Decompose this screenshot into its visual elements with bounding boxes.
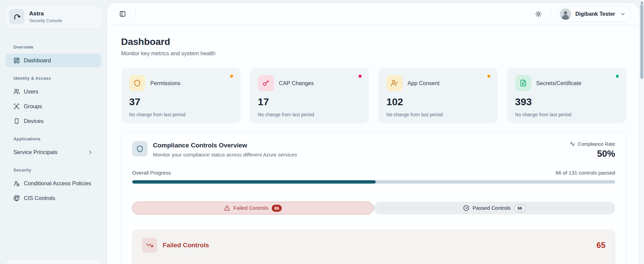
metric-value: 17 [258, 96, 361, 108]
group-frame-icon [13, 103, 20, 110]
theme-toggle-sun-icon[interactable] [532, 7, 545, 21]
failed-count-badge: 65 [272, 205, 282, 212]
sidebar-item-groups[interactable]: Groups [5, 100, 101, 113]
nav-section-identity: Identity & Access Users [5, 76, 101, 128]
nav-section-overview: Overview Dashboard [5, 45, 101, 67]
brand-subtitle: Security Console [29, 18, 62, 23]
sidebar-item-label: Conditional Access Policies [24, 180, 91, 187]
metric-cards-row: Permissions 37 No change from last perio… [121, 68, 626, 123]
warning-triangle-icon [224, 205, 230, 211]
key-icon [258, 75, 274, 91]
scrollbar-thumb[interactable] [640, 4, 643, 79]
page-content: Dashboard Monitor key metrics and system… [107, 25, 639, 264]
sidebar-item-label: Devices [24, 118, 44, 124]
topbar-separator [551, 10, 551, 18]
sidebar-bottom-card [5, 259, 102, 264]
sidebar-item-cis-controls[interactable]: CIS Controls [5, 191, 101, 205]
globe-lock-icon [13, 195, 20, 201]
metric-card-secrets-certificate: Secrets/Certificate 393 No change from l… [507, 68, 627, 123]
astra-logo-icon [9, 9, 24, 24]
page-subtitle: Monitor key metrics and system health [121, 50, 626, 57]
metric-value: 37 [129, 96, 232, 108]
failed-section-title: Failed Controls [163, 242, 209, 249]
sidebar-toggle-button[interactable] [116, 7, 129, 21]
sidebar-item-label: Dashboard [24, 57, 51, 64]
tab-label: Passed Controls [473, 205, 511, 211]
tab-label: Failed Controls [233, 205, 268, 211]
activity-icon [570, 141, 575, 147]
brand-card[interactable]: Astra Security Console [5, 5, 102, 29]
metric-card-permissions: Permissions 37 No change from last perio… [121, 68, 240, 123]
sidebar-item-conditional-access-policies[interactable]: Conditional Access Policies [5, 177, 101, 190]
dashboard-grid-icon [13, 57, 20, 64]
nav-section-label: Security [5, 168, 101, 173]
sidebar-item-devices[interactable]: Devices [5, 114, 101, 128]
user-menu[interactable]: Digibank Tester [557, 6, 631, 22]
sidebar-nav: Overview Dashboard Identity & Access [0, 34, 107, 205]
brand-name: Astra [29, 10, 62, 17]
avatar [560, 8, 571, 20]
nav-section-label: Applications [5, 137, 101, 141]
vertical-scrollbar[interactable] [640, 0, 644, 264]
sidebar-item-service-principals[interactable]: Service Principals [5, 145, 101, 159]
shield-icon [132, 141, 148, 156]
users-icon [13, 88, 20, 95]
metric-note: No change from last period [129, 112, 232, 117]
metric-note: No change from last period [258, 112, 361, 117]
chevron-right-icon [88, 149, 93, 155]
nav-section-applications: Applications Service Principals [5, 137, 101, 159]
sidebar-item-users[interactable]: Users [5, 85, 101, 98]
compliance-overview-card: Compliance Controls Overview Monitor you… [121, 132, 626, 264]
progress-bar [132, 180, 615, 184]
compliance-rate: Compliance Rate 50% [570, 141, 615, 159]
tablet-icon [13, 118, 20, 124]
sidebar-item-label: Service Principals [13, 149, 57, 155]
page-title: Dashboard [121, 37, 626, 47]
circle-check-icon [463, 205, 469, 211]
progress-caption: 66 of 131 controls passed [555, 170, 615, 176]
progress-label: Overall Progress [132, 170, 171, 176]
sidebar-item-label: Groups [24, 103, 42, 110]
user-name: Digibank Tester [575, 11, 615, 17]
metric-value: 393 [515, 96, 619, 108]
failed-controls-section: Failed Controls 65 [132, 230, 615, 264]
topbar: Digibank Tester [107, 3, 639, 25]
failed-section-count: 65 [596, 241, 605, 250]
progress-bar-fill [132, 180, 376, 184]
main-panel: Digibank Tester Dashboard Monitor key me… [107, 3, 639, 264]
file-text-icon [515, 75, 531, 91]
metric-note: No change from last period [386, 112, 490, 117]
passed-count-badge: 66 [514, 205, 526, 212]
status-dot [230, 75, 233, 78]
metric-label: App Consent [408, 80, 439, 86]
sidebar-item-label: CIS Controls [24, 195, 55, 201]
topbar-separator [135, 10, 136, 18]
user-check-icon [386, 75, 402, 91]
chevron-down-icon [620, 11, 626, 17]
metric-card-app-consent: App Consent 102 No change from last peri… [378, 68, 498, 123]
tab-passed-controls[interactable]: Passed Controls 66 [374, 202, 615, 214]
nav-section-label: Identity & Access [5, 76, 101, 81]
metric-card-cap-changes: CAP Changes 17 No change from last perio… [250, 68, 369, 123]
scrollbar-up-arrow[interactable] [640, 1, 643, 4]
metric-label: CAP Changes [279, 80, 314, 86]
compliance-rate-value: 50% [570, 149, 615, 159]
compliance-rate-label: Compliance Rate [578, 141, 615, 147]
sidebar: Astra Security Console Overview Dashboar… [0, 0, 107, 264]
sidebar-item-label: Users [24, 88, 38, 95]
status-dot [359, 75, 362, 78]
compliance-subtitle: Monitor your compliance status across di… [153, 152, 297, 158]
nav-section-security: Security Conditional Access Policies [5, 168, 101, 205]
metric-label: Secrets/Certificate [536, 80, 582, 86]
sidebar-item-dashboard[interactable]: Dashboard [5, 54, 101, 67]
user-lock-icon [13, 180, 20, 187]
metric-label: Permissions [150, 80, 180, 86]
metric-note: No change from last period [515, 112, 619, 117]
status-dot [616, 75, 619, 78]
trending-down-icon [142, 238, 157, 253]
controls-tabs: Failed Controls 65 Passed Controls 66 [132, 202, 615, 214]
tab-failed-controls[interactable]: Failed Controls 65 [132, 202, 374, 214]
nav-section-label: Overview [5, 45, 101, 50]
compliance-title: Compliance Controls Overview [153, 142, 297, 149]
metric-value: 102 [386, 96, 490, 108]
